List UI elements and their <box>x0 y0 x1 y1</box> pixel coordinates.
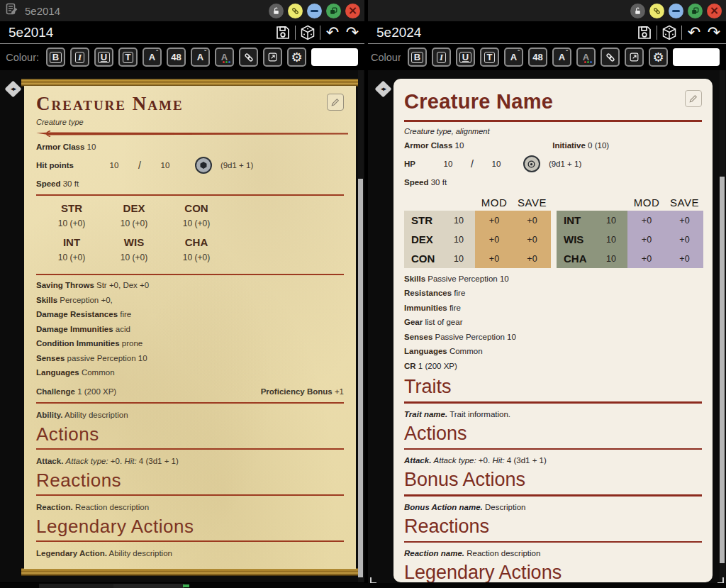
font-size-value[interactable]: 48 <box>528 48 547 67</box>
dice-button[interactable] <box>660 23 678 42</box>
scrollbar[interactable] <box>358 70 364 582</box>
colour-swatch[interactable] <box>311 48 358 66</box>
os-titlebar[interactable]: × <box>368 0 726 21</box>
statblock-2014: Creature Name Creature type Armor Class … <box>21 79 359 576</box>
redo-button[interactable]: ↷ <box>705 23 723 42</box>
font-size-decrease-button[interactable]: Aˇ <box>552 48 571 67</box>
legendary-entry[interactable]: Legendary Action. Ability description <box>36 549 344 558</box>
text-style-button[interactable]: T <box>480 48 499 67</box>
ability-block-mental: MOD SAVE INT10 +0 +0 WIS10 +0 +0 CHA10 +… <box>557 195 703 268</box>
undo-button[interactable]: ↶ <box>685 23 703 42</box>
reaction-entry[interactable]: Reaction name. Reaction description <box>404 549 702 558</box>
hp-current[interactable]: 10 <box>435 160 461 168</box>
hp-max[interactable]: 10 <box>151 161 179 170</box>
unlock-button[interactable] <box>269 4 284 18</box>
wis-score[interactable]: 10 (+0) <box>103 250 165 267</box>
dice-button[interactable] <box>298 23 317 42</box>
move-handle-diamond[interactable]: ◂▸ <box>4 80 21 97</box>
italic-button[interactable]: I <box>70 48 89 67</box>
bonus-action-entry[interactable]: Bonus Action name. Description <box>404 503 702 511</box>
maximize-button[interactable] <box>688 4 703 18</box>
ac-value[interactable]: 10 <box>87 143 96 151</box>
hp-row: Hit points 10 / 10 (9d1 + 1) <box>36 157 344 174</box>
initiative-value[interactable]: 0 (10) <box>588 141 609 150</box>
roll-hp-dice-button[interactable] <box>195 157 212 174</box>
scrollbar-thumb[interactable] <box>358 179 363 577</box>
str-score[interactable]: 10 (+0) <box>40 216 103 233</box>
colour-swatch[interactable] <box>673 48 720 66</box>
roll-hp-dice-button[interactable] <box>523 155 540 172</box>
close-button[interactable]: × <box>345 4 360 18</box>
redo-icon: ↷ <box>346 25 359 40</box>
edit-name-button[interactable] <box>327 94 344 111</box>
underline-button[interactable]: U <box>456 48 475 67</box>
speed-value[interactable]: 30 ft <box>431 178 447 187</box>
challenge-value[interactable]: 1 (200 XP) <box>77 387 116 396</box>
attack-entry[interactable]: Attack. Attack type: +0. Hit: 4 (3d1 + 1… <box>36 457 344 465</box>
insert-link-button[interactable] <box>601 48 620 67</box>
hp-label: HP <box>404 160 435 168</box>
speed-value[interactable]: 30 ft <box>63 179 79 188</box>
save-button[interactable] <box>274 23 292 42</box>
underline-button[interactable]: U <box>94 48 113 67</box>
unlock-button[interactable] <box>630 4 645 18</box>
attack-entry[interactable]: Attack. Attack type: +0. Hit: 4 (3d1 + 1… <box>404 456 702 465</box>
font-size-value[interactable]: 48 <box>167 48 186 67</box>
italic-button[interactable]: I <box>432 48 451 67</box>
hp-formula[interactable]: (9d1 + 1) <box>549 160 581 168</box>
proficiency-value[interactable]: +1 <box>335 387 344 396</box>
save-button[interactable] <box>635 23 654 42</box>
hp-current[interactable]: 10 <box>100 161 128 170</box>
ability-block-physical: MOD SAVE STR10 +0 +0 DEX10 +0 +0 CON10 +… <box>404 195 551 268</box>
hp-max[interactable]: 10 <box>484 160 509 168</box>
int-score[interactable]: 10 (+0) <box>40 250 103 267</box>
hp-formula[interactable]: (9d1 + 1) <box>220 161 253 170</box>
edit-name-button[interactable] <box>685 90 702 107</box>
settings-button[interactable]: ⚙ <box>649 48 668 67</box>
font-colour-button[interactable]: A <box>576 48 596 67</box>
red-rule <box>404 120 702 122</box>
scrollbar[interactable] <box>720 70 725 585</box>
os-titlebar[interactable]: 5e2014 × <box>0 0 364 21</box>
external-link-button[interactable] <box>625 48 644 67</box>
insert-link-button[interactable] <box>239 48 258 67</box>
external-link-button[interactable] <box>263 48 282 67</box>
creature-type[interactable]: Creature type <box>36 118 344 126</box>
document-title: 5e2024 <box>376 25 421 40</box>
creature-name[interactable]: Creature Name <box>404 90 553 113</box>
minimize-button[interactable] <box>307 4 322 18</box>
dex-score[interactable]: 10 (+0) <box>103 216 165 233</box>
close-button[interactable]: × <box>707 4 722 18</box>
font-size-increase-button[interactable]: Aˆ <box>504 48 523 67</box>
ac-value[interactable]: 10 <box>455 141 464 150</box>
cha-score[interactable]: 10 (+0) <box>165 250 228 267</box>
mod-header: MOD <box>627 195 666 211</box>
scrollbar-thumb[interactable] <box>720 177 725 563</box>
bold-button[interactable]: B <box>408 48 427 67</box>
text-style-button[interactable]: T <box>118 48 138 67</box>
creature-type[interactable]: Creature type, alignment <box>404 127 702 135</box>
trait-entry[interactable]: Ability. Ability description <box>36 411 344 419</box>
con-score[interactable]: 10 (+0) <box>165 216 228 233</box>
font-size-decrease-button[interactable]: Aˇ <box>191 48 210 67</box>
detail-line: Languages Common <box>404 347 702 355</box>
font-size-increase-button[interactable]: Aˆ <box>143 48 162 67</box>
detail-line: Damage Immunities acid <box>36 325 344 333</box>
undo-button[interactable]: ↶ <box>323 23 342 42</box>
minimize-button[interactable] <box>669 4 683 18</box>
detail-line: Skills Perception +0, <box>36 296 344 304</box>
format-toolbar: Colour: B I U T Aˆ 48 Aˇ A ⚙ <box>0 44 364 70</box>
font-colour-button[interactable]: A <box>215 48 234 67</box>
maximize-button[interactable] <box>326 4 341 18</box>
bold-button[interactable]: B <box>46 48 65 67</box>
speed-label: Speed <box>404 178 429 187</box>
trait-entry[interactable]: Trait name. Trait information. <box>404 410 702 418</box>
link-mode-button[interactable] <box>649 4 664 18</box>
link-mode-button[interactable] <box>288 4 303 18</box>
settings-button[interactable]: ⚙ <box>287 48 306 67</box>
reaction-entry[interactable]: Reaction. Reaction description <box>36 503 344 511</box>
move-handle-diamond[interactable]: ◂▸ <box>374 80 391 97</box>
creature-name[interactable]: Creature Name <box>36 94 184 115</box>
save-header: SAVE <box>666 195 703 211</box>
redo-button[interactable]: ↷ <box>343 23 362 42</box>
